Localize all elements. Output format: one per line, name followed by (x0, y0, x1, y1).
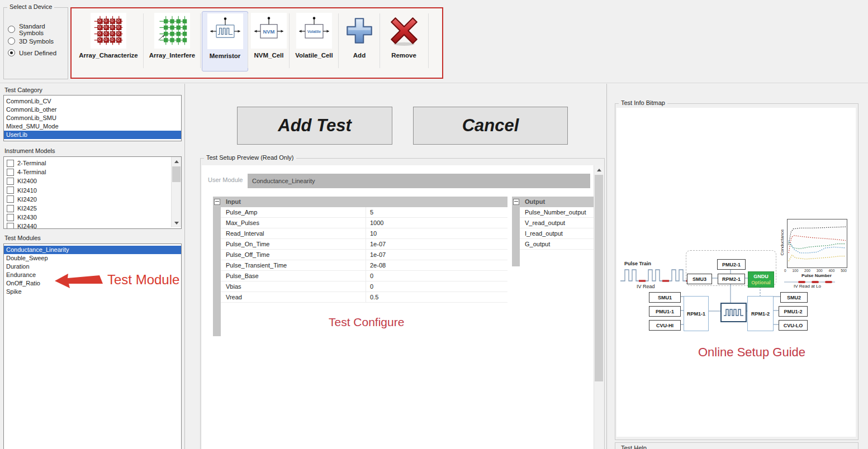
scroll-up-button[interactable] (594, 165, 604, 174)
chart-tick-label: 300 (817, 269, 823, 273)
test-module-annotation: Test Module (107, 272, 179, 288)
checkbox-row[interactable]: KI2420 (4, 195, 170, 204)
toolbar-button-array-characterize[interactable]: Array_Characterize (75, 11, 142, 70)
input-row: Vbias0 (213, 281, 507, 292)
checkbox-row[interactable]: KI2425 (4, 204, 170, 213)
list-item[interactable]: Duration (4, 262, 181, 271)
checkbox-icon[interactable] (7, 169, 14, 176)
list-item[interactable]: Mixed_SMU_Mode (4, 122, 181, 131)
toolbar-button-memristor[interactable]: Memristor (202, 11, 248, 71)
preview-scrollbar[interactable] (594, 165, 604, 449)
collapse-icon[interactable] (214, 199, 220, 205)
checkbox-icon[interactable] (7, 223, 14, 229)
radio-standard-symbols[interactable]: Standard Symbols (4, 23, 68, 35)
conductance-chart (787, 219, 847, 268)
param-name: Read_Interval (221, 228, 366, 239)
toolbar-button-label: Memristor (202, 52, 248, 59)
toolbar-button-label: Add (340, 52, 379, 59)
toolbar-button-label: Array_Interfere (145, 52, 200, 59)
checkbox-row[interactable]: KI2410 (4, 186, 170, 195)
toolbar-separator (380, 13, 380, 68)
left-panel-splitter[interactable] (184, 84, 185, 449)
application-window: Select a Device Standard Symbols 3D Symb… (0, 0, 868, 449)
list-item-selected[interactable]: Conductance_Linearity (4, 246, 181, 254)
output-table-gutter-extension (512, 250, 594, 266)
checkbox-row[interactable]: KI2400 (4, 176, 170, 185)
cancel-button-label: Cancel (462, 116, 519, 136)
scroll-down-button[interactable] (172, 218, 181, 227)
test-help-groupbox (615, 442, 858, 449)
chart-x-ticks: 0100200300400500 (784, 269, 847, 273)
diagram-box-cvu-hi: CVU-HI (649, 320, 681, 331)
radio-icon-checked[interactable] (8, 49, 15, 56)
input-row: Vread0.5 (213, 292, 507, 303)
radio-3d-symbols[interactable]: 3D Symbols (4, 35, 68, 47)
checkbox-row[interactable]: KI2430 (4, 213, 170, 222)
list-item[interactable]: CommonLib_CV (4, 97, 181, 106)
radio-icon[interactable] (8, 37, 15, 45)
toolbar-button-array-interfere[interactable]: Array_Interfere (145, 11, 200, 70)
input-row: Pulse_Base0 (213, 271, 507, 281)
diagram-box-gndu: GNDU Optional (748, 271, 774, 288)
param-name: Pulse_Base (221, 271, 366, 281)
toolbar-separator (289, 13, 290, 68)
svg-text:Volatile: Volatile (307, 30, 321, 34)
checkbox-icon[interactable] (7, 178, 14, 185)
param-name: Pulse_Off_Time (221, 250, 366, 260)
param-value: 1e-07 (366, 239, 507, 250)
checkbox-icon[interactable] (7, 205, 14, 212)
cancel-button[interactable]: Cancel (413, 107, 568, 145)
checkbox-icon[interactable] (7, 214, 14, 221)
checkbox-row[interactable]: 4-Terminal (4, 168, 170, 176)
toolbar-button-nvm-cell[interactable]: NVM NVM_Cell (249, 11, 288, 70)
param-value: 0 (366, 281, 507, 292)
curve-red (789, 236, 846, 253)
checkbox-icon[interactable] (7, 160, 14, 167)
input-row: Pulse_Transient_Time2e-08 (213, 260, 507, 271)
chart-tick-label: 500 (841, 269, 847, 273)
diagram-device-memristor (720, 303, 747, 322)
toolbar-button-volatile-cell[interactable]: Volatile Volatile_Cell (291, 11, 338, 70)
param-name: Max_Pulses (221, 218, 366, 228)
toolbar-separator (143, 13, 144, 68)
chart-ylabel: Conductance (780, 220, 785, 265)
instrument-models-scrollbar[interactable] (171, 157, 181, 227)
add-test-button[interactable]: Add Test (237, 107, 392, 145)
test-configure-annotation: Test Configure (329, 316, 404, 329)
collapse-icon[interactable] (513, 199, 519, 205)
instrument-models-title: Instrument Models (4, 147, 55, 154)
radio-icon[interactable] (8, 26, 15, 33)
curve-green (789, 242, 846, 249)
memristor-glyph-icon (723, 305, 744, 320)
select-device-groupbox: Select a Device Standard Symbols 3D Symb… (3, 7, 68, 79)
chart-tick-label: 0 (784, 269, 786, 273)
scrollbar-thumb[interactable] (172, 166, 181, 182)
gndu-label: GNDU (753, 274, 769, 280)
radio-label: User Defined (19, 50, 56, 56)
toolbar-button-add[interactable]: Add (340, 11, 379, 70)
param-value: 2e-08 (366, 260, 507, 271)
toolbar-button-label: Remove (381, 52, 426, 59)
list-item-selected[interactable]: UserLib (4, 131, 181, 139)
right-panel-splitter[interactable] (606, 84, 607, 449)
scroll-up-button[interactable] (172, 157, 181, 166)
radio-user-defined[interactable]: User Defined (4, 47, 68, 59)
checkbox-label: 2-Terminal (17, 160, 46, 166)
chart-tick-label: 400 (828, 269, 834, 273)
scrollbar-thumb[interactable] (595, 175, 603, 381)
toolbar-button-remove[interactable]: Remove (381, 11, 426, 70)
iv-read-lo-label: IV Read at Lo (794, 284, 821, 289)
checkbox-row[interactable]: 2-Terminal (4, 159, 170, 168)
chart-tick-label: 100 (792, 269, 798, 273)
toolbar-separator (248, 13, 248, 68)
list-item[interactable]: Double_Sweep (4, 254, 181, 262)
checkbox-row[interactable]: KI2440 (4, 222, 170, 229)
output-row: G_output (512, 239, 594, 250)
list-item[interactable]: CommonLib_other (4, 106, 181, 114)
list-item[interactable]: CommonLib_SMU (4, 114, 181, 122)
chart-tick-label: 200 (804, 269, 810, 273)
checkbox-icon[interactable] (7, 187, 14, 194)
input-table-header: Input (221, 197, 507, 207)
checkbox-icon[interactable] (7, 195, 14, 203)
online-setup-guide-annotation: Online Setup Guide (690, 345, 813, 360)
